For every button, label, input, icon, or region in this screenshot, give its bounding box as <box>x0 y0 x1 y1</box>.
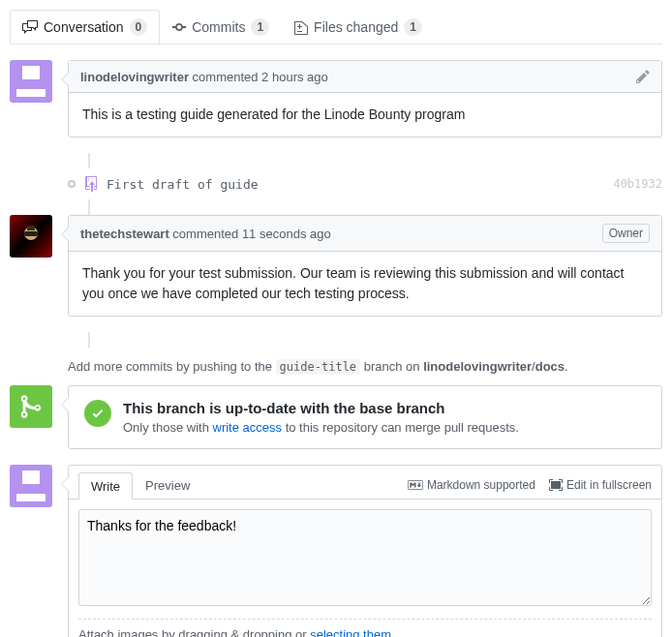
markdown-icon <box>408 479 423 491</box>
merge-status-box: This branch is up-to-date with the base … <box>68 385 662 449</box>
branch-name: guide-title <box>276 359 360 375</box>
comment-body: This is a testing guide generated for th… <box>69 93 661 136</box>
markdown-supported[interactable]: Markdown supported <box>408 478 535 492</box>
new-comment-form: Write Preview Markdown supported Edit in… <box>10 465 662 637</box>
comment-textarea[interactable] <box>78 509 652 606</box>
tab-files-count: 1 <box>404 18 422 36</box>
write-access-link[interactable]: write access <box>213 420 283 435</box>
comment-item: thetechstewart commented 11 seconds ago … <box>10 215 662 317</box>
select-files-link[interactable]: selecting them <box>310 627 391 637</box>
comment-item: linodelovingwriter commented 2 hours ago… <box>10 60 662 137</box>
git-merge-icon <box>10 385 52 428</box>
tab-conversation-count: 0 <box>130 18 148 36</box>
comment-header: thetechstewart commented 11 seconds ago … <box>69 216 661 252</box>
check-icon <box>84 400 111 427</box>
merge-title: This branch is up-to-date with the base … <box>123 400 519 416</box>
tab-conversation[interactable]: Conversation 0 <box>10 10 160 44</box>
repo-push-icon <box>85 176 97 192</box>
push-hint: Add more commits by pushing to the guide… <box>68 348 662 385</box>
tab-commits-label: Commits <box>192 19 245 35</box>
repo-name[interactable]: docs <box>535 359 565 374</box>
git-commit-icon <box>172 19 186 35</box>
comment-meta: commented 2 hours ago <box>189 70 328 84</box>
pencil-icon[interactable] <box>636 69 650 84</box>
avatar[interactable] <box>10 465 52 507</box>
comment-box: thetechstewart commented 11 seconds ago … <box>68 215 662 317</box>
comment-box: linodelovingwriter commented 2 hours ago… <box>68 60 662 137</box>
comment-body: Thank you for your test submission. Our … <box>69 252 661 316</box>
screen-full-icon <box>549 477 563 493</box>
comment-author[interactable]: thetechstewart <box>80 227 169 241</box>
commit-row: First draft of guide 40b1932 <box>68 168 662 199</box>
compose-box: Write Preview Markdown supported Edit in… <box>68 465 662 637</box>
edit-fullscreen[interactable]: Edit in fullscreen <box>549 477 652 493</box>
tab-commits-count: 1 <box>251 18 269 36</box>
svg-rect-2 <box>27 226 35 230</box>
tab-files-label: Files changed <box>314 19 398 35</box>
comment-discussion-icon <box>22 19 38 35</box>
merge-status-row: This branch is up-to-date with the base … <box>10 385 662 449</box>
comment-author[interactable]: linodelovingwriter <box>80 70 189 84</box>
avatar[interactable] <box>10 215 52 258</box>
tab-write[interactable]: Write <box>78 472 133 500</box>
tab-files[interactable]: Files changed 1 <box>282 10 435 44</box>
owner-badge: Owner <box>602 224 650 243</box>
avatar[interactable] <box>10 60 52 103</box>
merge-desc: Only those with write access to this rep… <box>123 420 519 435</box>
tab-preview[interactable]: Preview <box>133 471 202 499</box>
comment-meta: commented 11 seconds ago <box>169 227 331 241</box>
tab-commits[interactable]: Commits 1 <box>160 10 282 44</box>
file-diff-icon <box>294 19 308 35</box>
svg-rect-1 <box>24 231 38 236</box>
compose-tabs: Write Preview Markdown supported Edit in… <box>69 466 661 500</box>
pr-tabs: Conversation 0 Commits 1 Files changed 1 <box>10 10 662 45</box>
commit-message[interactable]: First draft of guide <box>107 177 603 192</box>
commit-sha[interactable]: 40b1932 <box>613 177 662 191</box>
commit-dot-icon <box>68 180 76 188</box>
comment-header: linodelovingwriter commented 2 hours ago <box>69 61 661 93</box>
repo-owner[interactable]: linodelovingwriter <box>423 359 532 374</box>
drag-hint: Attach images by dragging & dropping or … <box>78 619 652 637</box>
tab-conversation-label: Conversation <box>44 19 124 35</box>
